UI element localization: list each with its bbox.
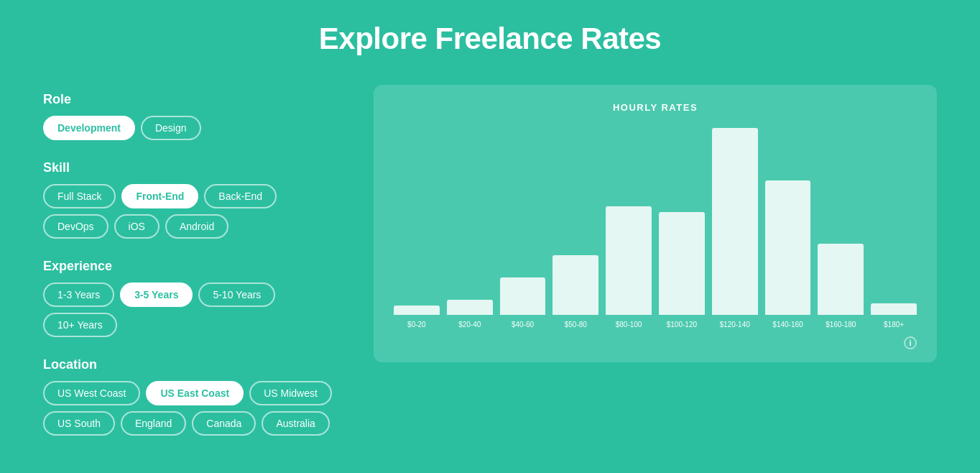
info-icon[interactable]: i <box>904 336 917 349</box>
location-label: Location <box>43 357 345 372</box>
bar-label: $0-20 <box>407 321 426 329</box>
bar-group: $80-100 <box>606 206 652 329</box>
bar <box>394 306 440 315</box>
filters-panel: Role Development Design Skill Full Stack… <box>43 85 345 456</box>
bar <box>818 244 864 315</box>
bar <box>765 180 811 315</box>
page-container: Explore Freelance Rates Role Development… <box>0 0 980 473</box>
experience-label: Experience <box>43 259 345 274</box>
skill-btn-android[interactable]: Android <box>165 214 228 239</box>
bar-group: $40-60 <box>500 277 546 329</box>
bar-group: $180+ <box>871 303 917 329</box>
loc-btn-us-south[interactable]: US South <box>43 411 115 436</box>
location-options: US West Coast US East Coast US Midwest U… <box>43 381 345 436</box>
bar-label: $50-80 <box>565 321 587 329</box>
exp-btn-1-3[interactable]: 1-3 Years <box>43 283 114 307</box>
bar-group: $20-40 <box>447 300 493 329</box>
bar-label: $180+ <box>884 321 904 329</box>
loc-btn-us-east[interactable]: US East Coast <box>146 381 244 405</box>
bar-label: $160-180 <box>826 321 856 329</box>
loc-btn-australia[interactable]: Australia <box>262 411 329 436</box>
role-btn-development[interactable]: Development <box>43 116 135 140</box>
chart-panel: HOURLY RATES $0-20$20-40$40-60$50-80$80-… <box>374 85 937 362</box>
bar <box>553 255 598 315</box>
skill-btn-front-end[interactable]: Front-End <box>121 184 198 208</box>
bar <box>447 300 493 315</box>
bar-label: $40-60 <box>512 321 534 329</box>
bar-group: $0-20 <box>394 306 440 329</box>
chart-area: $0-20$20-40$40-60$50-80$80-100$100-120$1… <box>394 127 917 329</box>
role-label: Role <box>43 92 345 107</box>
exp-btn-10plus[interactable]: 10+ Years <box>43 313 117 337</box>
info-icon-container: i <box>394 336 917 349</box>
skill-options: Full Stack Front-End Back-End DevOps iOS… <box>43 184 345 239</box>
bar-label: $80-100 <box>616 321 642 329</box>
location-section: Location US West Coast US East Coast US … <box>43 357 345 436</box>
loc-btn-canada[interactable]: Canada <box>192 411 256 436</box>
bar <box>871 303 917 315</box>
bar <box>500 277 546 315</box>
skill-btn-devops[interactable]: DevOps <box>43 214 108 239</box>
page-title: Explore Freelance Rates <box>43 22 937 56</box>
exp-btn-3-5[interactable]: 3-5 Years <box>120 283 193 307</box>
skill-btn-full-stack[interactable]: Full Stack <box>43 184 116 208</box>
main-content: Role Development Design Skill Full Stack… <box>43 85 937 456</box>
role-section: Role Development Design <box>43 92 345 140</box>
loc-btn-england[interactable]: England <box>121 411 186 436</box>
loc-btn-us-midwest[interactable]: US Midwest <box>249 381 332 405</box>
skill-btn-ios[interactable]: iOS <box>114 214 160 239</box>
role-options: Development Design <box>43 116 345 140</box>
bar-label: $20-40 <box>458 321 481 329</box>
role-btn-design[interactable]: Design <box>141 116 201 140</box>
chart-title: HOURLY RATES <box>394 102 917 113</box>
bar-group: $50-80 <box>553 255 598 329</box>
exp-btn-5-10[interactable]: 5-10 Years <box>198 283 275 307</box>
skill-section: Skill Full Stack Front-End Back-End DevO… <box>43 160 345 239</box>
bar-group: $140-160 <box>765 180 811 329</box>
bar-group: $100-120 <box>659 212 705 329</box>
bar-label: $100-120 <box>667 321 697 329</box>
bar <box>659 212 705 315</box>
experience-options: 1-3 Years 3-5 Years 5-10 Years 10+ Years <box>43 283 345 337</box>
bar-label: $120-140 <box>720 321 750 329</box>
skill-label: Skill <box>43 160 345 175</box>
bar <box>712 128 758 315</box>
loc-btn-us-west[interactable]: US West Coast <box>43 381 140 405</box>
bar-group: $120-140 <box>712 128 758 329</box>
bar-label: $140-160 <box>772 321 803 329</box>
skill-btn-back-end[interactable]: Back-End <box>204 184 277 208</box>
experience-section: Experience 1-3 Years 3-5 Years 5-10 Year… <box>43 259 345 337</box>
bar <box>606 206 652 315</box>
bar-group: $160-180 <box>818 244 864 329</box>
